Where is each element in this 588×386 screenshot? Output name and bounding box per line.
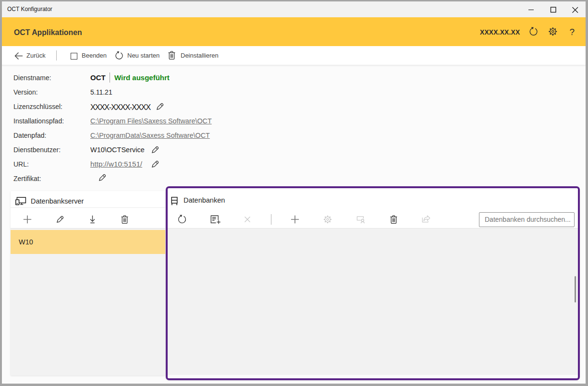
- svg-text:?: ?: [570, 27, 575, 37]
